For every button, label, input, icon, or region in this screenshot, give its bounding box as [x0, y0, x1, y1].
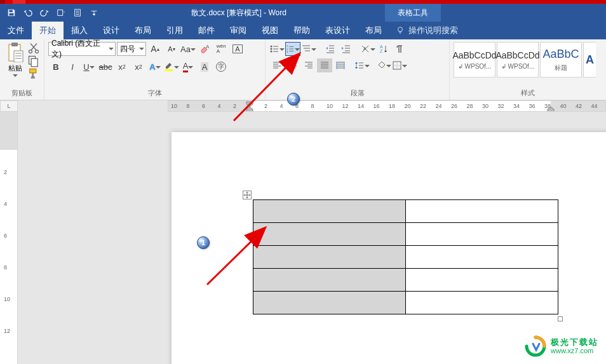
- qat-button-1[interactable]: [53, 5, 69, 20]
- indent-marker-left[interactable]: [246, 101, 253, 112]
- tab-help[interactable]: 帮助: [286, 22, 318, 39]
- shading-button[interactable]: [376, 58, 391, 72]
- table-cell-selected[interactable]: [253, 246, 406, 269]
- multilevel-list-button[interactable]: [301, 42, 316, 56]
- table-row: [253, 200, 558, 223]
- group-label-styles: 样式: [450, 88, 606, 100]
- strikethrough-button[interactable]: abc: [98, 60, 113, 74]
- asian-layout-button[interactable]: A: [360, 42, 375, 56]
- save-button[interactable]: [4, 5, 19, 20]
- font-size-value: 四号: [120, 44, 135, 55]
- bold-button[interactable]: B: [48, 60, 64, 74]
- ruler-tab-selector[interactable]: L: [0, 100, 18, 112]
- style-item-partial[interactable]: A: [583, 42, 596, 78]
- justify-icon: [320, 60, 330, 71]
- bullets-button[interactable]: [269, 42, 285, 56]
- increase-indent-button[interactable]: [339, 42, 354, 56]
- redo-button[interactable]: [37, 5, 52, 20]
- sort-icon: AZ: [379, 44, 389, 54]
- grow-font-button[interactable]: A▴: [147, 42, 163, 56]
- multilevel-icon: [301, 44, 311, 54]
- qat-button-2[interactable]: [70, 5, 85, 20]
- copy-icon: [27, 55, 40, 67]
- tab-home[interactable]: 开始: [32, 22, 64, 39]
- watermark-line1: 极光下载站: [551, 337, 598, 347]
- borders-button[interactable]: [392, 58, 407, 72]
- paste-icon: [6, 42, 24, 62]
- style-item-2[interactable]: AaBbCcDd ↲ WPSOf...: [497, 42, 539, 78]
- cut-button[interactable]: [27, 42, 40, 53]
- underline-button[interactable]: U: [81, 60, 97, 74]
- font-color-button[interactable]: A: [180, 60, 196, 74]
- table-cell[interactable]: [406, 292, 558, 314]
- outdent-icon: [325, 44, 335, 54]
- justify-button[interactable]: [317, 58, 332, 72]
- table-cell[interactable]: [406, 200, 558, 223]
- word-table[interactable]: [253, 199, 558, 314]
- align-left-icon: [272, 60, 282, 71]
- sort-button[interactable]: AZ: [376, 42, 391, 56]
- table-cell-selected[interactable]: [253, 200, 406, 223]
- numbering-button[interactable]: 123: [285, 42, 300, 56]
- svg-text:A: A: [380, 44, 383, 49]
- vertical-ruler[interactable]: 2 4 6 8 10 12: [0, 112, 18, 364]
- shrink-font-button[interactable]: A▾: [164, 42, 179, 56]
- change-case-button[interactable]: Aa: [180, 42, 196, 56]
- paste-button[interactable]: 粘贴: [4, 42, 26, 77]
- ribbon-tabs: 文件 开始 插入 设计 布局 引用 邮件 审阅 视图 帮助 表设计 布局 操作说…: [0, 22, 606, 39]
- distribute-button[interactable]: [333, 58, 348, 72]
- phonetic-guide-button[interactable]: wénA: [213, 42, 229, 56]
- show-marks-button[interactable]: [392, 42, 407, 56]
- table-cell-selected[interactable]: [253, 269, 406, 292]
- watermark-logo-icon: [524, 335, 547, 358]
- style-preview: AaBbCcDd: [452, 50, 496, 60]
- text-effects-button[interactable]: A: [147, 60, 163, 74]
- table-cell-selected[interactable]: [253, 292, 406, 314]
- font-name-combo[interactable]: Calibri (西文正文): [48, 42, 116, 56]
- align-center-button[interactable]: [285, 58, 300, 72]
- style-item-1[interactable]: AaBbCcDd ↲ WPSOf...: [454, 42, 495, 78]
- tab-references[interactable]: 引用: [159, 22, 191, 39]
- tell-me-search[interactable]: 操作说明搜索: [389, 22, 464, 39]
- tab-view[interactable]: 视图: [254, 22, 286, 39]
- tab-mailings[interactable]: 邮件: [191, 22, 222, 39]
- subscript-button[interactable]: x2: [114, 60, 130, 74]
- tell-me-label: 操作说明搜索: [408, 25, 458, 36]
- enclose-char-button[interactable]: 字: [213, 60, 229, 74]
- font-size-combo[interactable]: 四号: [117, 42, 146, 56]
- italic-button[interactable]: I: [65, 60, 80, 74]
- table-move-handle[interactable]: [243, 191, 252, 199]
- char-shading-button[interactable]: A: [197, 60, 212, 74]
- svg-rect-0: [10, 10, 13, 13]
- table-cell[interactable]: [406, 246, 558, 269]
- ruler-area: L 10864224681012141618202224262830323436…: [0, 100, 606, 112]
- char-border-button[interactable]: A: [230, 42, 245, 56]
- table-cell[interactable]: [406, 223, 558, 246]
- tab-review[interactable]: 审阅: [222, 22, 254, 39]
- horizontal-ruler[interactable]: 1086422468101214161820222426283032343638…: [168, 100, 606, 112]
- align-left-button[interactable]: [269, 58, 285, 72]
- callout-2: 2: [287, 93, 300, 105]
- clear-formatting-button[interactable]: A: [197, 42, 212, 56]
- table-cell-selected[interactable]: [253, 223, 406, 246]
- tab-table-layout[interactable]: 布局: [358, 22, 389, 39]
- svg-point-9: [36, 50, 39, 53]
- table-resize-handle[interactable]: [558, 316, 563, 321]
- style-item-3[interactable]: AaBbC 标题: [540, 42, 582, 78]
- highlight-button[interactable]: [164, 60, 179, 74]
- tab-design[interactable]: 设计: [95, 22, 127, 39]
- copy-button[interactable]: [27, 55, 40, 66]
- tab-insert[interactable]: 插入: [64, 22, 95, 39]
- tab-table-design[interactable]: 表设计: [318, 22, 358, 39]
- qat-customize[interactable]: [86, 5, 102, 20]
- document-canvas[interactable]: 1: [18, 112, 606, 364]
- table-cell[interactable]: [406, 269, 558, 292]
- line-spacing-button[interactable]: [354, 58, 370, 72]
- format-painter-button[interactable]: [27, 67, 40, 79]
- decrease-indent-button[interactable]: [323, 42, 338, 56]
- undo-button[interactable]: [20, 5, 36, 20]
- tab-file[interactable]: 文件: [0, 22, 32, 39]
- tab-layout[interactable]: 布局: [127, 22, 159, 39]
- superscript-button[interactable]: x2: [131, 60, 146, 74]
- align-right-button[interactable]: [301, 58, 316, 72]
